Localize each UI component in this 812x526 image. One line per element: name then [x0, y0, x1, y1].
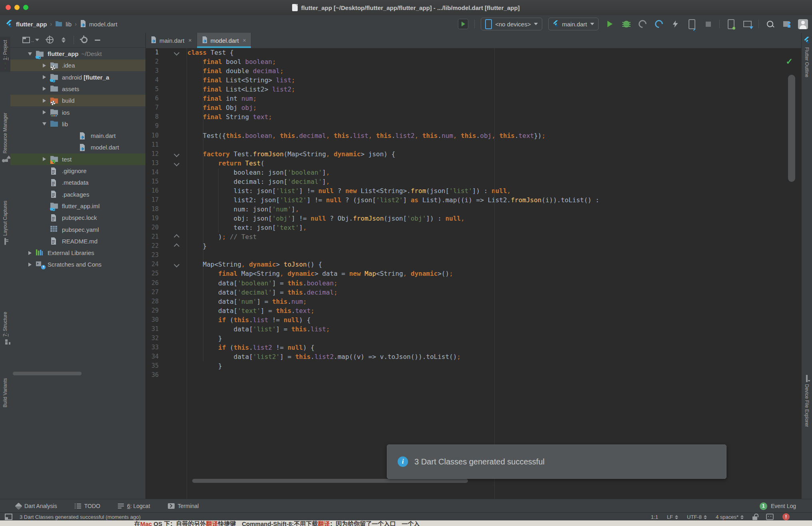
close-tab-icon[interactable]: ×: [243, 37, 246, 44]
chevron-right-icon: ›: [50, 21, 52, 27]
run-anything-icon[interactable]: [458, 19, 468, 29]
settings-gear-icon[interactable]: [81, 37, 88, 43]
caret-position[interactable]: 1:1: [651, 514, 658, 520]
breadcrumb-file[interactable]: model.dart: [89, 21, 117, 28]
encoding-selector[interactable]: UTF-8: [687, 514, 707, 520]
editor-vertical-scrollbar[interactable]: [788, 75, 795, 182]
tree-item-.idea[interactable]: .idea: [10, 60, 145, 71]
stripe-button-layout-captures[interactable]: Layout Captures: [0, 201, 10, 244]
code-line-34: data['list2'] = this.list2.map((v) => v.…: [187, 352, 461, 361]
line-number: 25: [146, 269, 159, 278]
fold-marker-icon[interactable]: [174, 50, 179, 56]
avd-manager-icon[interactable]: [742, 19, 752, 29]
close-tab-icon[interactable]: ×: [189, 37, 192, 44]
build-folder-icon: [50, 97, 59, 104]
text-file-icon: [50, 214, 59, 221]
tree-item-ios[interactable]: ios: [10, 107, 145, 118]
tree-item-.metadata[interactable]: .metadata: [10, 177, 145, 188]
fold-marker-icon[interactable]: [174, 243, 179, 249]
error-badge-icon[interactable]: !: [782, 513, 790, 520]
tree-item-assets[interactable]: assets: [10, 83, 145, 95]
tree-item-flutter-app.iml[interactable]: flutter_app.iml: [10, 200, 145, 212]
tree-item-build[interactable]: build: [10, 95, 145, 106]
fold-marker-icon[interactable]: [174, 262, 179, 267]
fold-marker-icon[interactable]: [174, 161, 179, 166]
indent-selector[interactable]: 4 spaces*: [716, 514, 744, 520]
search-everywhere-icon[interactable]: [765, 19, 775, 29]
hot-reload-phone-icon[interactable]: [687, 19, 697, 29]
stripe-button--project[interactable]: 1: Project: [0, 37, 10, 72]
tree-collapsed-arrow-icon: [43, 87, 46, 91]
fold-marker-icon[interactable]: [174, 151, 179, 157]
stripe-button--structure[interactable]: 7: Structure: [0, 312, 10, 339]
profile-button[interactable]: [637, 19, 648, 29]
navigation-bar: flutter_app › lib › model.dart <no devic…: [0, 15, 812, 33]
toggle-tool-windows-icon[interactable]: [5, 514, 12, 520]
apply-changes-icon[interactable]: [670, 19, 681, 29]
code-line-31: data['list'] = this.list;: [187, 325, 330, 334]
device-selector[interactable]: <no devices>: [481, 18, 542, 30]
lock-icon[interactable]: [752, 516, 757, 520]
tool-window-dart-analysis[interactable]: Dart Analysis: [16, 503, 57, 509]
ide-window: flutter_app [~/Desktop/flutter_app/flutt…: [0, 0, 812, 526]
event-log-button[interactable]: 1 Event Log: [760, 502, 796, 510]
line-number: 17: [146, 195, 159, 205]
android-profiler-button[interactable]: [654, 19, 664, 29]
dart-analysis-icon: [15, 502, 22, 510]
tree-item-test[interactable]: test: [10, 153, 145, 165]
breadcrumb-folder[interactable]: lib: [66, 21, 72, 28]
tree-item-main.dart[interactable]: main.dart: [10, 130, 145, 141]
run-configuration-selector[interactable]: main.dart: [548, 18, 599, 30]
tab-main-dart[interactable]: main.dart×: [146, 33, 197, 48]
tree-item-model.dart[interactable]: model.dart: [10, 141, 145, 153]
stripe-button-build-variants[interactable]: Build Variants: [0, 378, 10, 410]
tree-item-external-libraries[interactable]: External Libraries: [10, 247, 145, 259]
tree-item-scratches-and-cons[interactable]: Scratches and Cons: [10, 259, 145, 270]
tree-item-pubspec.yaml[interactable]: pubspec.yaml: [10, 224, 145, 235]
dart-file-icon: [80, 20, 86, 28]
tree-item-flutter-app[interactable]: flutter_app~/Deskt: [10, 48, 145, 60]
line-number: 7: [146, 103, 159, 112]
avatar[interactable]: [798, 19, 808, 29]
tree-item-.packages[interactable]: .packages: [10, 189, 145, 200]
tree-item-lib[interactable]: lib: [10, 118, 145, 130]
code-line-33: if (this.list2 != null) {: [187, 343, 314, 352]
locate-file-icon[interactable]: [46, 36, 54, 44]
tree-item-pubspec.lock[interactable]: pubspec.lock: [10, 212, 145, 223]
project-view-mode-icon[interactable]: ..: [22, 37, 39, 43]
line-ending-selector[interactable]: LF: [667, 514, 678, 520]
debug-button[interactable]: [621, 19, 631, 29]
collapse-all-icon[interactable]: [61, 37, 66, 43]
tree-item-readme.md[interactable]: README.md: [10, 235, 145, 247]
logcat-icon: [118, 504, 124, 508]
tree-item-.gitignore[interactable]: .gitignore: [10, 165, 145, 177]
tool-window-terminal[interactable]: Terminal: [168, 503, 199, 509]
run-button[interactable]: [605, 19, 615, 29]
zoom-window-button[interactable]: [23, 5, 28, 10]
code-line-25: final Map<String, dynamic> data = new Ma…: [187, 269, 453, 278]
tool-window-logcat[interactable]: 6: Logcat: [118, 503, 150, 509]
code-line-28: data['num'] = this.num;: [187, 297, 307, 306]
project-structure-icon[interactable]: [781, 19, 792, 29]
minimize-window-button[interactable]: [14, 5, 20, 10]
attach-debugger-icon[interactable]: [726, 19, 736, 29]
tool-window-todo[interactable]: TODO: [75, 503, 100, 509]
stripe-button-resource-manager[interactable]: Resource Manager: [0, 113, 10, 156]
tab-model-dart[interactable]: model.dart×: [197, 33, 251, 48]
fold-marker-icon[interactable]: [174, 234, 179, 240]
stop-button[interactable]: [703, 19, 713, 29]
gradle-daemon-icon[interactable]: [766, 514, 774, 520]
stripe-button-flutter-outline[interactable]: Flutter Outline: [802, 37, 812, 77]
tree-item-android[interactable]: android [flutter_a: [10, 72, 145, 83]
chevron-down-icon: [534, 23, 538, 25]
stripe-button-device-file-explorer[interactable]: Device File Explorer: [802, 376, 812, 427]
left-tool-stripe: 1: ProjectResource ManagerLayout Capture…: [0, 33, 11, 499]
hide-panel-icon[interactable]: [95, 40, 100, 41]
breadcrumb-project[interactable]: flutter_app: [16, 21, 47, 28]
flutter-icon: [553, 20, 559, 28]
project-horizontal-scrollbar[interactable]: [13, 372, 82, 375]
inspection-ok-icon[interactable]: ✓: [786, 57, 793, 66]
editor-horizontal-scrollbar[interactable]: [192, 479, 468, 483]
close-window-button[interactable]: [6, 5, 11, 10]
code-line-35: }: [187, 361, 222, 371]
